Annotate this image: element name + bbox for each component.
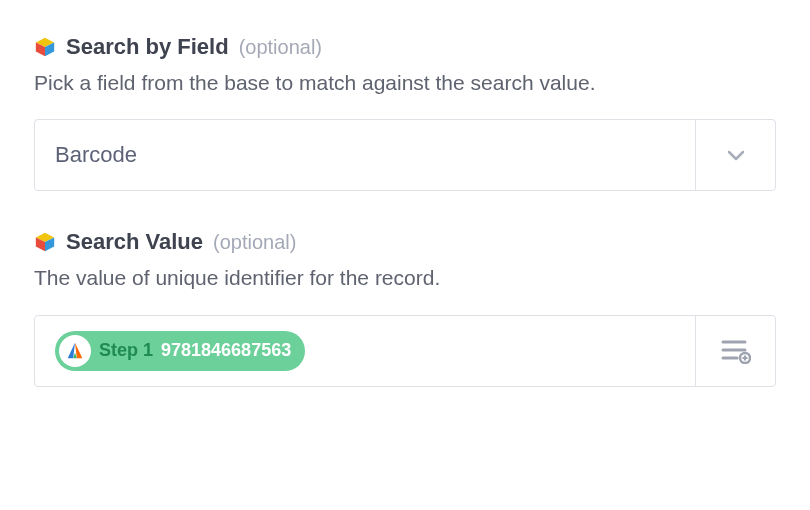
cube-icon	[34, 36, 56, 58]
chip-value: 9781846687563	[161, 340, 291, 361]
chevron-down-icon	[724, 143, 748, 167]
dropdown-toggle[interactable]	[695, 120, 775, 190]
insert-data-button[interactable]	[695, 316, 775, 386]
optional-label: (optional)	[213, 231, 296, 254]
field-header: Search by Field (optional)	[34, 34, 776, 60]
search-value-block: Search Value (optional) The value of uni…	[34, 229, 776, 386]
field-header: Search Value (optional)	[34, 229, 776, 255]
search-by-field-select[interactable]: Barcode	[34, 119, 776, 191]
select-value: Barcode	[35, 120, 695, 190]
chip-step-label: Step 1	[99, 340, 153, 361]
search-by-field-block: Search by Field (optional) Pick a field …	[34, 34, 776, 191]
insert-data-icon	[721, 338, 751, 364]
step-chip[interactable]: Step 1 9781846687563	[55, 331, 305, 371]
input-content: Step 1 9781846687563	[35, 316, 695, 386]
field-title: Search Value	[66, 229, 203, 255]
search-value-input[interactable]: Step 1 9781846687563	[34, 315, 776, 387]
field-title: Search by Field	[66, 34, 229, 60]
app-icon	[59, 335, 91, 367]
cube-icon	[34, 231, 56, 253]
field-description: Pick a field from the base to match agai…	[34, 68, 776, 97]
optional-label: (optional)	[239, 36, 322, 59]
field-description: The value of unique identifier for the r…	[34, 263, 776, 292]
